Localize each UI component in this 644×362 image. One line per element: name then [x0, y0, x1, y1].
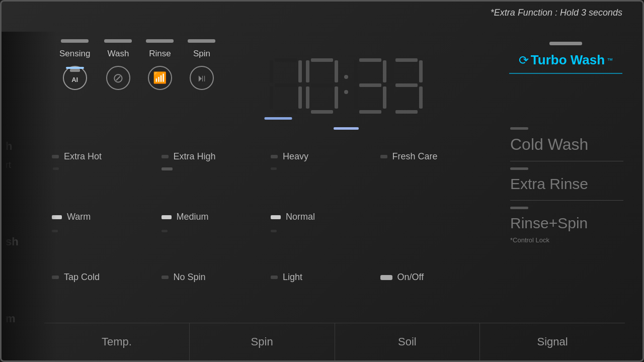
rinse-indicator: Rinse 📶 [146, 39, 174, 90]
sensing-label: Sensing [59, 49, 90, 59]
options-row-2: Warm Medium Normal [52, 212, 490, 222]
turbo-wash-underline [509, 73, 622, 74]
left-fade [2, 32, 57, 362]
rinse-spin-label: Rinse+Spin [510, 214, 623, 232]
turbo-wash-tm: ™ [607, 57, 613, 64]
medium-label: Medium [177, 212, 209, 222]
bottom-temp-label: Temp. [102, 335, 132, 348]
onoff-label: On/Off [397, 272, 424, 283]
bottom-spin-label: Spin [251, 335, 273, 348]
no-spin-led [162, 276, 169, 279]
status-indicators: Sensing AI Wash ⊘ Rinse 📶 Spin [59, 39, 215, 90]
fresh-care-led [380, 155, 387, 158]
rinse-label: Rinse [149, 49, 171, 59]
main-panel: *Extra Function : Hold 3 seconds h rt sh… [0, 0, 644, 362]
play-icon: ⏯ [190, 66, 214, 90]
fresh-care-label: Fresh Care [392, 151, 438, 162]
signal-onoff: On/Off [380, 272, 490, 283]
extra-rinse-option: Extra Rinse [510, 167, 623, 201]
bottom-signal: Signal [480, 323, 625, 360]
light-label: Light [283, 272, 302, 283]
sensing-active-indicator [66, 67, 84, 69]
options-row-1: Extra Hot Extra High Heavy Fresh Care [52, 151, 490, 162]
rinse-bar [146, 39, 174, 43]
digit-3b [389, 58, 424, 114]
heavy-label: Heavy [283, 151, 308, 162]
extra-rinse-label: Extra Rinse [510, 175, 623, 193]
options-spacer-row [52, 167, 490, 170]
spin-medium: Medium [162, 212, 271, 222]
digit-1 [269, 58, 303, 114]
spin-extra-high: Extra High [162, 151, 271, 162]
spin-bar [188, 39, 215, 43]
soil-light: Light [271, 272, 380, 283]
soil-normal: Normal [271, 212, 380, 222]
turbo-wash-logo: ⟳ Turbo Wash ™ [509, 52, 622, 68]
ai-icon: AI [63, 66, 87, 90]
spin-mid-led [162, 167, 173, 170]
no-icon: ⊘ [106, 66, 130, 90]
bottom-soil-label: Soil [398, 335, 417, 348]
heavy-led [271, 155, 278, 158]
turbo-wash-bar [549, 42, 582, 45]
cold-wash-option: Cold Wash [510, 127, 623, 161]
wash-indicator: Wash ⊘ [104, 39, 132, 90]
active-segment-indicator [265, 117, 292, 120]
right-panel: Cold Wash Extra Rinse Rinse+Spin *Contro… [510, 127, 623, 244]
medium-led [162, 215, 172, 219]
warm-label: Warm [67, 212, 91, 222]
light-led [271, 276, 278, 279]
sensing-indicator: Sensing AI [59, 39, 90, 90]
extra-high-label: Extra High [174, 151, 216, 162]
digit-3 [353, 58, 387, 114]
wifi-icon: 📶 [148, 66, 172, 90]
extra-rinse-separator [510, 200, 623, 201]
turbo-wash-label: Turbo Wash [531, 52, 605, 68]
digital-display [248, 44, 444, 127]
wash-label: Wash [108, 49, 129, 59]
bottom-soil: Soil [335, 323, 480, 360]
no-spin-label: No Spin [174, 272, 206, 283]
normal-led [271, 215, 281, 219]
rinse-spin-option: Rinse+Spin *Control Lock [510, 207, 623, 244]
onoff-led [380, 275, 392, 280]
turbo-spiral-icon: ⟳ [519, 53, 529, 67]
temp-tap-cold: Tap Cold [52, 272, 162, 283]
time-display [269, 58, 424, 114]
sensing-bar [61, 39, 89, 43]
options-spacer-row-2 [52, 230, 490, 232]
temp-warm: Warm [52, 212, 162, 222]
options-row-3: Tap Cold No Spin Light On/Off [52, 272, 490, 283]
control-lock-label: *Control Lock [510, 236, 623, 244]
digit-0 [305, 58, 339, 114]
bottom-spin: Spin [190, 323, 335, 360]
spin-indicator: Spin ⏯ [188, 39, 215, 90]
colon-separator [344, 75, 348, 97]
soil-heavy: Heavy [271, 151, 380, 162]
extra-function-notice: *Extra Function : Hold 3 seconds [491, 8, 622, 18]
signal-fresh-care: Fresh Care [380, 151, 490, 162]
cold-wash-dash [510, 127, 528, 130]
extra-rinse-dash [510, 167, 528, 170]
bottom-signal-label: Signal [537, 335, 568, 348]
spin-label: Spin [193, 49, 210, 59]
spin-no-spin: No Spin [162, 272, 271, 283]
extra-hot-label: Extra Hot [64, 151, 102, 162]
bottom-temp: Temp. [44, 323, 190, 360]
temp-extra-hot: Extra Hot [52, 151, 162, 162]
soil-bot-led [271, 230, 277, 232]
tap-cold-label: Tap Cold [64, 272, 100, 283]
soil-mid-led [271, 167, 277, 170]
cold-wash-label: Cold Wash [510, 135, 623, 154]
wash-bar [104, 39, 132, 43]
turbo-wash-area: ⟳ Turbo Wash ™ [509, 42, 622, 74]
bottom-labels: Temp. Spin Soil Signal [44, 323, 625, 360]
cold-wash-separator [510, 161, 623, 161]
rinse-spin-dash [510, 207, 528, 209]
spin-bot-led [162, 230, 168, 232]
normal-label: Normal [286, 212, 315, 222]
extra-high-led [162, 155, 169, 158]
